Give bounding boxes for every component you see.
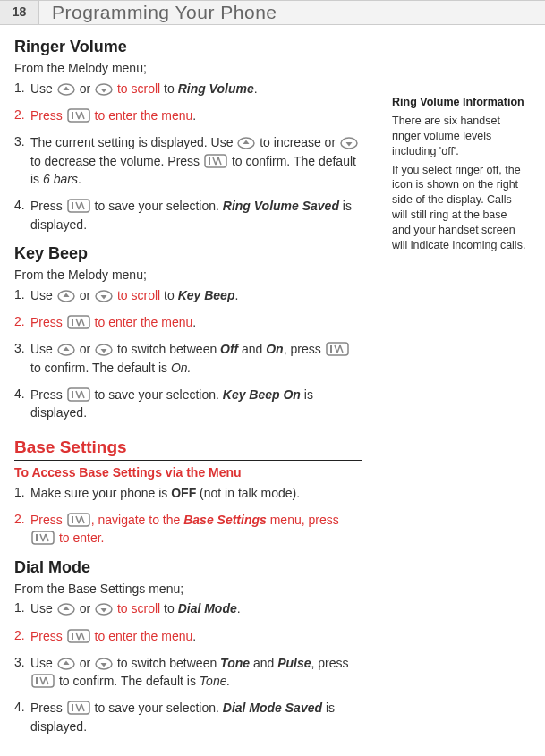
step-text: Make sure your phone is OFF (not in talk… [30, 484, 362, 502]
list-item: 3. Use or to switch between Tone and Pul… [14, 654, 362, 691]
step-number: 1. [14, 484, 30, 502]
step-number: 4. [14, 197, 30, 234]
sidebar-paragraph: If you select ringer off, the icon is sh… [392, 163, 527, 253]
list-item: 4. Press to save your selection. Ring Vo… [14, 197, 362, 234]
list-item: 2. Press to enter the menu. [14, 313, 362, 331]
key-beep-heading: Key Beep [14, 242, 362, 265]
step-text: Use or to scroll to Key Beep. [30, 286, 362, 304]
dial-mode-heading: Dial Mode [14, 556, 362, 579]
step-text: Press to save your selection. Ring Volum… [30, 197, 362, 234]
sidebar-column: Ring Volume Information There are six ha… [379, 32, 527, 744]
dial-mode-intro: From the Base Settings menu; [14, 581, 362, 599]
list-item: 1. Use or to scroll to Dial Mode. [14, 599, 362, 617]
step-text: Press to enter the menu. [30, 627, 362, 645]
menu-key-icon [31, 531, 55, 545]
step-number: 3. [14, 340, 30, 377]
up-icon [57, 344, 75, 356]
down-icon [95, 83, 113, 96]
list-item: 2. Press , navigate to the Base Settings… [14, 511, 362, 548]
menu-key-icon [67, 701, 90, 715]
ringer-volume-intro: From the Melody menu; [14, 60, 362, 78]
list-item: 1. Use or to scroll to Key Beep. [14, 286, 362, 304]
down-icon [95, 344, 113, 356]
step-text: Press to enter the menu. [30, 313, 362, 331]
menu-key-icon [31, 674, 55, 688]
up-icon [57, 658, 75, 670]
dial-mode-steps: 1. Use or to scroll to Dial Mode. 2. Pre… [14, 599, 362, 735]
menu-key-icon [67, 199, 90, 213]
ringer-volume-steps: 1. Use or to scroll to Ring Volume. 2. P… [14, 80, 362, 234]
page-body: Ringer Volume From the Melody menu; 1. U… [0, 25, 545, 756]
step-number: 2. [14, 511, 30, 548]
menu-key-icon [67, 108, 90, 123]
step-text: Use or to switch between Off and On, pre… [30, 340, 362, 377]
step-number: 3. [14, 654, 30, 691]
page-number: 18 [0, 1, 39, 24]
down-icon [95, 658, 113, 670]
step-text: Press to enter the menu. [30, 106, 362, 124]
main-column: Ringer Volume From the Melody menu; 1. U… [14, 32, 379, 744]
up-icon [237, 137, 255, 149]
menu-key-icon [204, 154, 227, 168]
up-icon [57, 83, 75, 96]
list-item: 2. Press to enter the menu. [14, 627, 362, 645]
menu-key-icon [326, 342, 349, 356]
up-icon [57, 603, 75, 616]
step-number: 1. [14, 80, 30, 98]
menu-key-icon [67, 387, 90, 402]
step-number: 2. [14, 106, 30, 124]
down-icon [95, 603, 113, 616]
step-number: 4. [14, 699, 30, 735]
ringer-volume-heading: Ringer Volume [14, 36, 362, 58]
sidebar-paragraph: There are six handset ringer volume leve… [392, 114, 527, 159]
step-text: Use or to switch between Tone and Pulse,… [30, 654, 362, 691]
list-item: 1. Use or to scroll to Ring Volume. [14, 80, 362, 98]
base-settings-access-heading: To Access Base Settings via the Menu [14, 464, 362, 482]
base-settings-steps: 1. Make sure your phone is OFF (not in t… [14, 484, 362, 548]
step-text: Use or to scroll to Dial Mode. [30, 599, 362, 617]
list-item: 1. Make sure your phone is OFF (not in t… [14, 484, 362, 502]
step-number: 1. [14, 599, 30, 617]
sidebar-title: Ring Volume Information [392, 95, 527, 110]
key-beep-intro: From the Melody menu; [14, 267, 362, 285]
down-icon [340, 137, 358, 149]
step-text: Press to save your selection. Dial Mode … [30, 699, 362, 735]
key-beep-steps: 1. Use or to scroll to Key Beep. 2. Pres… [14, 286, 362, 422]
step-number: 3. [14, 133, 30, 188]
down-icon [95, 290, 113, 302]
base-settings-heading: Base Settings [14, 436, 362, 461]
menu-key-icon [67, 629, 90, 643]
step-number: 2. [14, 313, 30, 331]
page-title: Programming Your Phone [39, 1, 545, 24]
step-number: 2. [14, 627, 30, 645]
up-icon [57, 290, 75, 302]
list-item: 3. Use or to switch between Off and On, … [14, 340, 362, 377]
menu-key-icon [67, 315, 90, 329]
step-text: Use or to scroll to Ring Volume. [30, 80, 362, 98]
list-item: 4. Press to save your selection. Dial Mo… [14, 699, 362, 735]
step-text: Press to save your selection. Key Beep O… [30, 386, 362, 422]
page-header: 18 Programming Your Phone [0, 0, 545, 25]
list-item: 2. Press to enter the menu. [14, 106, 362, 124]
step-text: Press , navigate to the Base Settings me… [30, 511, 362, 548]
menu-key-icon [67, 513, 90, 527]
step-text: The current setting is displayed. Use to… [30, 133, 362, 188]
list-item: 4. Press to save your selection. Key Bee… [14, 386, 362, 422]
step-number: 1. [14, 286, 30, 304]
list-item: 3. The current setting is displayed. Use… [14, 133, 362, 188]
step-number: 4. [14, 386, 30, 422]
